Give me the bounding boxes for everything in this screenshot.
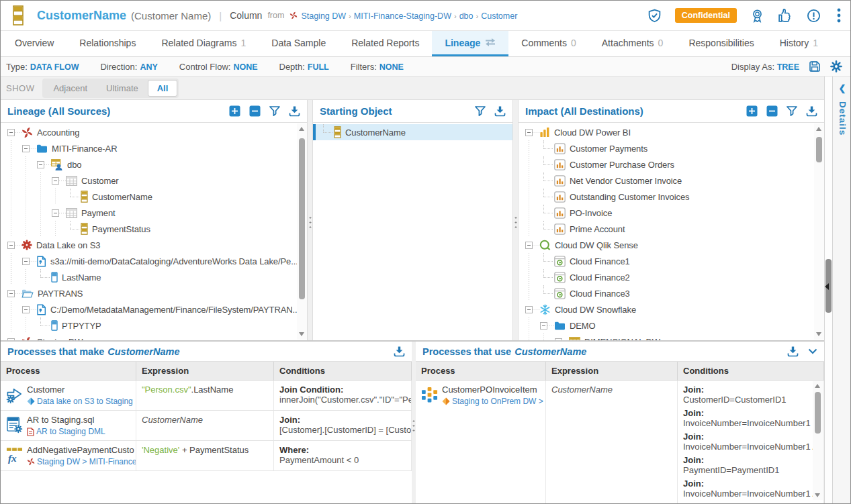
tree-expander[interactable] (22, 145, 30, 152)
tree-item-net-vendor-customer-invoice[interactable]: Net Vendor Customer Invoice (519, 172, 824, 189)
main-scrollbar[interactable] (824, 77, 832, 503)
tree-item-cloud-dw-power-bi[interactable]: Cloud DW Power BI (519, 124, 824, 140)
filter-icon[interactable] (269, 106, 280, 116)
tree-item-prime-account[interactable]: Prime Account (519, 221, 824, 237)
tree-item-dimensional-dw[interactable]: DIMENSIONAL DW (519, 334, 824, 340)
tree-expander[interactable] (7, 242, 15, 249)
tab-attachments[interactable]: Attachments0 (589, 31, 676, 56)
tree-item-lastname[interactable]: LastName (1, 269, 307, 285)
tree-expander[interactable] (7, 290, 15, 297)
download-icon[interactable] (494, 106, 506, 117)
expand-icon[interactable] (746, 105, 758, 117)
tree-expander[interactable] (555, 338, 562, 341)
tree-expander[interactable] (7, 338, 15, 341)
collapse-icon[interactable] (766, 105, 778, 117)
filter-icon[interactable] (475, 106, 486, 116)
panel-splitter[interactable] (308, 100, 312, 340)
tree-expander[interactable] (52, 209, 59, 217)
details-collapsed-panel[interactable]: ❮ Details (832, 77, 851, 503)
tree-item-customer-payments[interactable]: Customer Payments (519, 140, 824, 156)
tree-expander[interactable] (525, 242, 533, 249)
tree-expander[interactable] (37, 161, 44, 168)
conditions-scrollbar[interactable] (813, 381, 823, 500)
tree-item-customername[interactable]: CustomerName (1, 189, 307, 205)
collapse-icon[interactable] (249, 105, 261, 117)
save-icon[interactable] (809, 60, 821, 72)
kebab-menu-icon[interactable] (837, 8, 841, 23)
tree-item-demo[interactable]: DEMO (519, 317, 824, 334)
process-link[interactable]: Staging to OnPrem DW > S (442, 397, 546, 406)
tree-item-data-lake-on-s3[interactable]: Data Lake on S3 (1, 237, 307, 253)
show-option-adjacent[interactable]: Adjacent (44, 80, 97, 97)
process-link[interactable]: AR to Staging DML (27, 427, 105, 436)
collapse-arrow-icon[interactable] (825, 283, 829, 290)
chevron-down-icon[interactable] (808, 348, 817, 354)
tree-expander[interactable] (52, 177, 59, 185)
process-link[interactable]: Staging DW > MITI-Finance (27, 457, 136, 466)
tree-item-cloud-finance3[interactable]: Cloud Finance3 (519, 285, 824, 301)
breadcrumb-link[interactable]: Staging DW (301, 11, 346, 21)
tree-item-customer[interactable]: Customer (1, 172, 307, 189)
show-option-ultimate[interactable]: Ultimate (97, 80, 148, 97)
tree-item-dbo[interactable]: dbo (1, 156, 307, 172)
download-icon[interactable] (289, 106, 300, 117)
tab-responsibilities[interactable]: Responsibilities (676, 31, 766, 56)
breadcrumb-link[interactable]: Customer (481, 11, 517, 21)
tree-item-cloud-dw-snowflake[interactable]: Cloud DW Snowflake (519, 301, 824, 317)
process-link[interactable]: Data lake on S3 to Staging (27, 397, 133, 406)
tree-expander[interactable] (22, 258, 30, 265)
tree-item-accounting[interactable]: Accounting (1, 124, 307, 140)
tab-comments[interactable]: Comments0 (508, 31, 588, 56)
tree-item-customername[interactable]: CustomerName (313, 124, 512, 140)
download-icon[interactable] (806, 106, 817, 117)
chevron-left-icon[interactable]: ❮ (839, 83, 846, 93)
column-gold-icon (81, 223, 88, 235)
panel-splitter[interactable] (513, 100, 518, 340)
process-row[interactable]: CustomerPOInvoiceItemStaging to OnPrem D… (416, 381, 824, 504)
tab-relationships[interactable]: Relationships (66, 31, 148, 56)
tree-expander[interactable] (540, 322, 547, 330)
tree-item-miti-finance-ar[interactable]: MITI-Finance-AR (1, 140, 307, 156)
filter-icon[interactable] (787, 106, 797, 116)
tree-expander[interactable] (525, 306, 533, 313)
tree-item-paytrans[interactable]: PAYTRANS (1, 285, 307, 301)
process-row[interactable]: CustomerData lake on S3 to Staging"Perso… (1, 381, 412, 411)
tree-item-po-invoice[interactable]: PO-Invoice (519, 205, 824, 221)
tree-item-cloud-dw-qlik-sense[interactable]: Cloud DW Qlik Sense (519, 237, 824, 253)
award-ribbon-icon[interactable] (750, 9, 764, 23)
breadcrumb-link[interactable]: MITI-Finance-Staging-DW (354, 11, 451, 21)
tree-item-c-demo-metadatamanagement-finance-filesy[interactable]: C:/Demo/MetadataManagement/Finance/FileS… (1, 301, 307, 317)
tab-overview[interactable]: Overview (2, 31, 66, 56)
tab-lineage[interactable]: Lineage (432, 31, 508, 56)
tree-item-payment[interactable]: Payment (1, 205, 307, 221)
tree-item-cloud-finance1[interactable]: Cloud Finance1 (519, 253, 824, 269)
expand-icon[interactable] (229, 105, 240, 117)
tree-item-cloud-finance2[interactable]: Cloud Finance2 (519, 269, 824, 285)
tree-item-staging-dw[interactable]: Staging DW (1, 334, 307, 340)
display-as-value[interactable]: TREE (777, 62, 799, 72)
process-row[interactable]: fxAddNegativePaymentCustoStaging DW > MI… (1, 441, 412, 471)
tree-item-ptpytyp[interactable]: PTPYTYP (1, 317, 307, 334)
tab-history[interactable]: History1 (767, 31, 831, 56)
download-icon[interactable] (394, 346, 405, 357)
process-row[interactable]: AR to Staging.sqlAR to Staging DMLCustom… (1, 411, 412, 441)
tree-item-outstanding-customer-invoices[interactable]: Outstanding Customer Invoices (519, 189, 824, 205)
impact-scrollbar[interactable] (814, 123, 824, 340)
tree-item-customer-purchase-orders[interactable]: Customer Purchase Orders (519, 156, 824, 172)
thumbs-up-icon[interactable] (778, 8, 793, 23)
download-icon[interactable] (787, 346, 799, 357)
tree-expander[interactable] (7, 129, 15, 136)
lineage-scrollbar[interactable] (297, 123, 307, 340)
tab-related-diagrams[interactable]: Related Diagrams1 (148, 31, 259, 56)
tab-related-reports[interactable]: Related Reports (339, 31, 432, 56)
tree-item-paymentstatus[interactable]: PaymentStatus (1, 221, 307, 237)
alert-circle-icon[interactable] (807, 9, 821, 23)
shield-check-icon[interactable] (647, 9, 662, 23)
tree-expander[interactable] (22, 306, 30, 313)
tab-data-sample[interactable]: Data Sample (259, 31, 339, 56)
breadcrumb-link[interactable]: dbo (459, 11, 474, 21)
tree-item-s3a-miti-demo-datacataloging-adventurewo[interactable]: s3a://miti-demo/DataCataloging/Adventure… (1, 253, 307, 269)
settings-gear-icon[interactable] (830, 60, 842, 72)
tree-expander[interactable] (525, 129, 533, 136)
show-option-all[interactable]: All (148, 80, 178, 97)
